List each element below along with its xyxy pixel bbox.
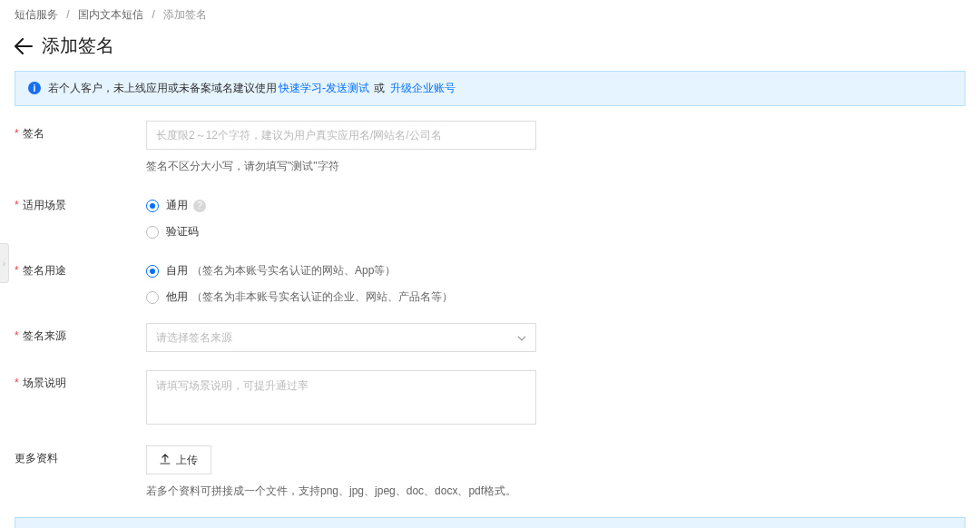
signature-help: 签名不区分大小写，请勿填写"测试"字符	[146, 159, 965, 174]
info-icon: i	[28, 82, 41, 94]
alert-content: 若个人客户，未上线应用或未备案域名建议使用快速学习-发送测试 或 升级企业账号	[48, 81, 457, 96]
radio-label: 通用	[166, 198, 188, 213]
label-scene-desc: 场景说明	[15, 370, 146, 391]
upload-label: 上传	[176, 453, 198, 468]
breadcrumb-item[interactable]: 短信服务	[15, 8, 58, 21]
label-signature: 签名	[15, 121, 146, 142]
scene-desc-textarea[interactable]	[146, 370, 536, 425]
info-alert-top: i 若个人客户，未上线应用或未备案域名建议使用快速学习-发送测试 或 升级企业账…	[15, 71, 965, 106]
breadcrumb-sep: /	[152, 8, 154, 21]
label-scenario: 适用场景	[15, 192, 146, 213]
radio-label: 验证码	[166, 224, 199, 240]
label-usage: 签名用途	[15, 258, 146, 279]
upload-button[interactable]: 上传	[146, 445, 211, 474]
info-alert-bottom: i 审核时长：一般2小时内完成，涉及政企签名一般2个工作日内完成，近期平均完成审…	[15, 517, 965, 528]
select-placeholder: 请选择签名来源	[156, 330, 232, 346]
radio-desc: （签名为本账号实名认证的网站、App等）	[191, 263, 396, 279]
radio-icon	[146, 291, 159, 304]
radio-icon	[146, 265, 159, 278]
radio-label: 自用	[166, 263, 188, 279]
radio-icon	[146, 226, 159, 239]
radio-label: 他用	[166, 289, 188, 305]
link-upgrade-account[interactable]: 升级企业账号	[390, 82, 456, 94]
radio-desc: （签名为非本账号实名认证的企业、网站、产品名等）	[191, 289, 453, 305]
label-source: 签名来源	[15, 323, 146, 344]
page-title: 添加签名	[0, 30, 980, 71]
side-expand-handle[interactable]: ›	[0, 243, 9, 283]
upload-help: 若多个资料可拼接成一个文件，支持png、jpg、jpeg、doc、docx、pd…	[146, 484, 965, 499]
radio-usage-self[interactable]: 自用 （签名为本账号实名认证的网站、App等）	[146, 263, 965, 279]
back-arrow-icon[interactable]	[15, 38, 33, 54]
chevron-down-icon	[517, 331, 526, 344]
radio-scenario-verify[interactable]: 验证码	[146, 224, 965, 240]
page-title-text: 添加签名	[42, 34, 114, 58]
radio-usage-other[interactable]: 他用 （签名为非本账号实名认证的企业、网站、产品名等）	[146, 289, 965, 305]
radio-scenario-general[interactable]: 通用 ?	[146, 198, 965, 213]
radio-icon	[146, 200, 159, 212]
breadcrumb-sep: /	[66, 8, 69, 21]
signature-form: 签名 签名不区分大小写，请勿填写"测试"字符 适用场景 通用 ? 验证码 签名用…	[0, 121, 980, 499]
upload-icon	[160, 454, 171, 467]
breadcrumb-current: 添加签名	[163, 8, 207, 21]
link-quick-learn[interactable]: 快速学习-发送测试	[279, 82, 369, 94]
help-icon[interactable]: ?	[193, 200, 206, 212]
breadcrumb: 短信服务 / 国内文本短信 / 添加签名	[0, 0, 980, 30]
source-select[interactable]: 请选择签名来源	[146, 323, 536, 352]
signature-input[interactable]	[146, 121, 536, 150]
breadcrumb-item[interactable]: 国内文本短信	[78, 8, 143, 21]
label-more-files: 更多资料	[15, 445, 146, 466]
